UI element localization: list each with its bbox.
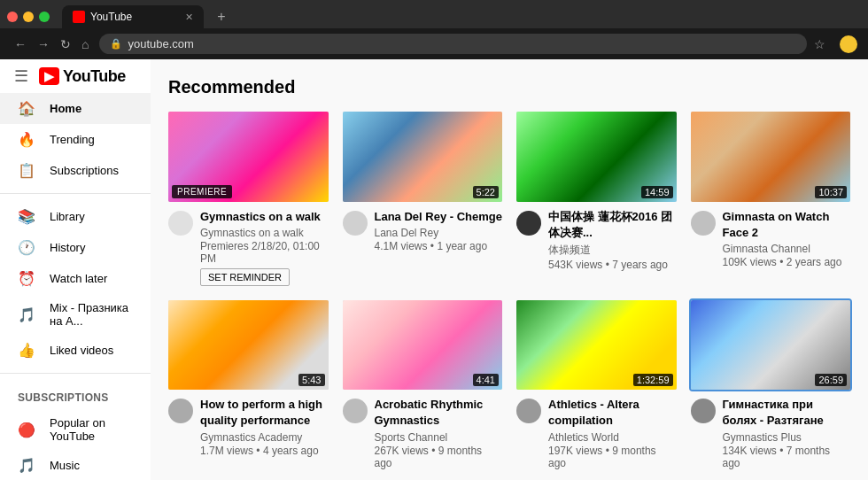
channel-avatar	[168, 211, 193, 236]
video-thumbnail: 14:59	[516, 112, 677, 202]
video-stats: 197K views • 9 months ago	[548, 445, 677, 469]
close-window-btn[interactable]	[7, 12, 18, 22]
sidebar-divider-1	[0, 193, 151, 194]
video-thumbnail: 10:37	[691, 112, 851, 202]
sidebar-item-liked[interactable]: 👍 Liked videos	[0, 335, 151, 366]
video-channel: Gymnastics Plus	[723, 431, 851, 444]
reload-btn[interactable]: ↻	[57, 35, 74, 53]
video-card[interactable]: 14:59 中国体操 蓮花杯2016 团体决赛... 体操频道 543K vie…	[516, 112, 677, 286]
duration-badge: 14:59	[641, 186, 673, 198]
duration-badge: 1:32:59	[633, 374, 673, 386]
video-title: Athletics - Altera compilation	[548, 397, 677, 429]
video-meta: Gymnastics on a walk Gymnastics on a wal…	[200, 209, 329, 286]
sidebar-item-music[interactable]: 🎵 Music	[0, 450, 151, 480]
youtube-logo-icon: ▶	[39, 67, 59, 85]
video-card[interactable]: 26:59 Гимнастика при болях - Разтягане G…	[691, 300, 851, 469]
sidebar: ☰ ▶ YouTube 🏠 Home 🔥 Trending 📋 Subscrip…	[0, 59, 151, 480]
video-title: Gimnasta on Watch Face 2	[723, 209, 851, 241]
minimize-window-btn[interactable]	[23, 12, 34, 22]
video-meta: Гимнастика при болях - Разтягане Gymnast…	[723, 397, 851, 468]
sidebar-item-history-label: History	[50, 241, 85, 254]
sidebar-divider-2	[0, 373, 151, 374]
sidebar-item-library-label: Library	[50, 210, 85, 223]
video-meta: Gimnasta on Watch Face 2 Gimnasta Channe…	[723, 209, 851, 268]
music-icon: 🎵	[18, 457, 35, 474]
tab-close-btn[interactable]: ✕	[185, 12, 193, 23]
liked-icon: 👍	[18, 342, 35, 359]
video-channel: Gymnastics Academy	[200, 431, 329, 444]
youtube-app: ☰ ▶ YouTube 🏠 Home 🔥 Trending 📋 Subscrip…	[0, 59, 868, 480]
video-channel: Athletics World	[548, 431, 677, 444]
video-title: Lana Del Rey - Chemge	[375, 209, 503, 225]
video-title: How to perform a high quality performanc…	[200, 397, 329, 429]
sidebar-header: ☰ ▶ YouTube	[0, 66, 151, 93]
set-reminder-btn[interactable]: SET REMINDER	[200, 268, 290, 286]
popular-icon: 🔴	[18, 422, 35, 438]
page-title: Recommended	[168, 77, 850, 97]
duration-badge: 4:41	[473, 374, 499, 386]
tab-title: YouTube	[90, 11, 132, 23]
video-info: Lana Del Rey - Chemge Lana Del Rey 4.1M …	[343, 209, 503, 252]
sidebar-item-mix[interactable]: 🎵 Mix - Празника на А...	[0, 294, 151, 335]
video-card[interactable]: 4:41 Acrobatic Rhythmic Gymnastics Sport…	[343, 300, 503, 469]
sidebar-item-watch-later-label: Watch later	[50, 272, 107, 285]
channel-avatar	[516, 211, 541, 236]
video-channel: Lana Del Rey	[375, 227, 503, 239]
video-stats: 109K views • 2 years ago	[723, 256, 851, 268]
mix-icon: 🎵	[18, 306, 35, 323]
tab-bar: YouTube ✕ +	[0, 0, 868, 28]
videos-grid: PREMIERE Gymnastics on a walk Gymnastics…	[168, 112, 850, 469]
youtube-logo[interactable]: ▶ YouTube	[39, 67, 126, 86]
video-card[interactable]: 10:37 Gimnasta on Watch Face 2 Gimnasta …	[691, 112, 851, 286]
home-btn[interactable]: ⌂	[78, 35, 92, 53]
duration-badge: 10:37	[815, 186, 847, 198]
channel-avatar	[343, 211, 368, 236]
sidebar-item-watch-later[interactable]: ⏰ Watch later	[0, 263, 151, 294]
sidebar-item-trending[interactable]: 🔥 Trending	[0, 124, 151, 155]
hamburger-menu-btn[interactable]: ☰	[14, 66, 28, 86]
video-card[interactable]: 1:32:59 Athletics - Altera compilation A…	[516, 300, 677, 469]
maximize-window-btn[interactable]	[39, 12, 50, 22]
video-card[interactable]: 5:43 How to perform a high quality perfo…	[168, 300, 329, 469]
sidebar-item-history[interactable]: 🕐 History	[0, 232, 151, 263]
video-card[interactable]: PREMIERE Gymnastics on a walk Gymnastics…	[168, 112, 329, 286]
video-meta: Acrobatic Rhythmic Gymnastics Sports Cha…	[375, 397, 503, 468]
video-thumbnail: 26:59	[691, 300, 851, 391]
subscriptions-section-label: SUBSCRIPTIONS	[0, 381, 151, 409]
video-info: 中国体操 蓮花杯2016 团体决赛... 体操频道 543K views • 7…	[516, 209, 677, 271]
video-card[interactable]: 5:22 Lana Del Rey - Chemge Lana Del Rey …	[343, 112, 503, 286]
url-text: youtube.com	[128, 37, 193, 50]
sidebar-item-subscriptions[interactable]: 📋 Subscriptions	[0, 155, 151, 186]
channel-avatar	[691, 211, 716, 236]
channel-avatar	[168, 399, 193, 423]
video-meta: 中国体操 蓮花杯2016 团体决赛... 体操频道 543K views • 7…	[548, 209, 677, 271]
back-btn[interactable]: ←	[11, 35, 30, 53]
bookmark-icon[interactable]: ☆	[814, 37, 825, 51]
home-icon: 🏠	[18, 100, 35, 117]
new-tab-btn[interactable]: +	[211, 6, 232, 27]
video-stats: 4.1M views • 1 year ago	[375, 240, 503, 252]
sidebar-item-popular[interactable]: 🔴 Popular on YouTube	[0, 409, 151, 450]
video-channel: Sports Channel	[375, 431, 503, 444]
sidebar-item-home-label: Home	[50, 102, 81, 115]
video-thumbnail: PREMIERE	[168, 112, 329, 202]
sidebar-item-home[interactable]: 🏠 Home	[0, 93, 151, 124]
address-bar: ← → ↻ ⌂ 🔒 youtube.com ☆	[0, 28, 868, 59]
url-bar[interactable]: 🔒 youtube.com	[99, 34, 807, 54]
channel-avatar	[516, 399, 541, 423]
watch-later-icon: ⏰	[18, 270, 35, 287]
sidebar-item-music-label: Music	[50, 459, 80, 472]
nav-buttons: ← → ↻ ⌂	[11, 35, 92, 53]
window-controls	[7, 12, 50, 22]
video-channel: Gimnasta Channel	[723, 243, 851, 255]
video-title: Acrobatic Rhythmic Gymnastics	[375, 397, 503, 429]
forward-btn[interactable]: →	[34, 35, 53, 53]
video-channel: 体操频道	[548, 243, 677, 258]
browser-profile-icon[interactable]	[840, 35, 857, 53]
browser-actions	[840, 35, 857, 53]
video-info: Gimnasta on Watch Face 2 Gimnasta Channe…	[691, 209, 851, 268]
sidebar-item-mix-label: Mix - Празника на А...	[50, 301, 133, 328]
sidebar-item-library[interactable]: 📚 Library	[0, 201, 151, 232]
active-tab[interactable]: YouTube ✕	[62, 5, 204, 28]
video-title: Гимнастика при болях - Разтягане	[723, 397, 851, 429]
